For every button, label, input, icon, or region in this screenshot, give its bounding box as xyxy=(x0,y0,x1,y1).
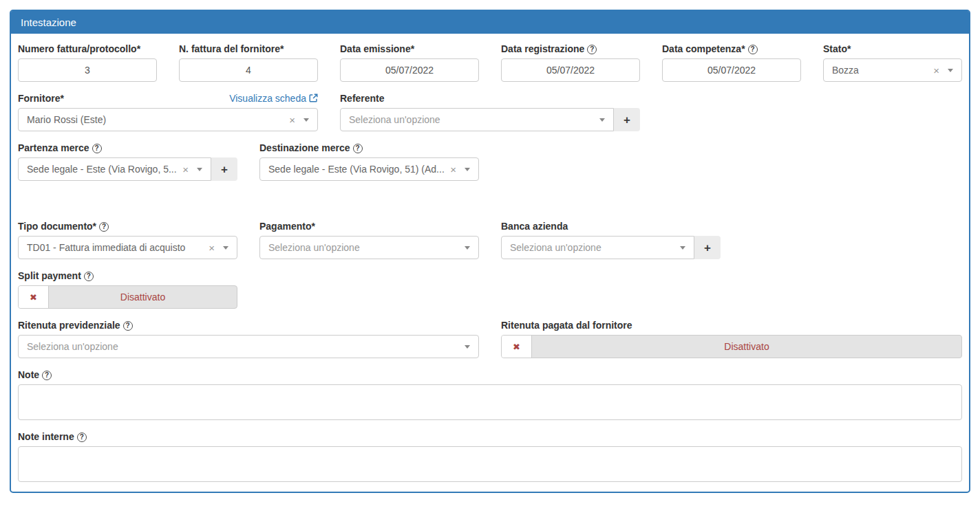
field-tipo-documento: Tipo documento*? TD01 - Fattura immediat… xyxy=(7,221,248,259)
help-icon[interactable]: ? xyxy=(77,432,87,442)
stato-selected-value: Bozza xyxy=(832,65,928,76)
caret-down-icon xyxy=(465,345,470,349)
ritenuta-pagata-toggle[interactable]: ✖ Disattivato xyxy=(501,335,962,358)
n-fattura-fornitore-label: N. fattura del fornitore* xyxy=(179,43,318,54)
help-icon[interactable]: ? xyxy=(84,272,94,281)
field-data-registrazione: Data registrazione? xyxy=(490,43,651,82)
field-split-payment: Split payment? ✖ Disattivato xyxy=(7,270,248,309)
field-banca-azienda: Banca azienda Seleziona un'opzione + xyxy=(490,221,732,259)
tipo-documento-select[interactable]: TD01 - Fattura immediata di acquisto × xyxy=(18,236,237,259)
help-icon[interactable]: ? xyxy=(92,144,102,153)
caret-down-icon xyxy=(465,168,470,171)
split-payment-label: Split payment? xyxy=(18,270,237,281)
row-note: Note? xyxy=(7,369,973,431)
data-emissione-label: Data emissione* xyxy=(340,43,479,54)
ritenuta-pagata-state: Disattivato xyxy=(532,336,961,358)
banca-azienda-placeholder: Seleziona un'opzione xyxy=(510,242,680,253)
partenza-merce-selected-value: Sede legale - Este (Via Rovigo, 5... xyxy=(27,164,177,175)
x-icon: ✖ xyxy=(513,342,520,352)
plus-icon: + xyxy=(704,241,711,254)
row-documento-pagamento: Tipo documento*? TD01 - Fattura immediat… xyxy=(7,221,973,270)
data-registrazione-label: Data registrazione? xyxy=(501,43,640,54)
field-data-competenza: Data competenza*? xyxy=(651,43,812,82)
field-destinazione-merce: Destinazione merce? Sede legale - Este (… xyxy=(248,142,490,181)
row-fornitore-referente: Fornitore* Visualizza scheda Mario Rossi… xyxy=(7,93,973,142)
field-stato: Stato* Bozza × xyxy=(812,43,973,82)
clear-icon[interactable]: × xyxy=(450,164,456,175)
help-icon[interactable]: ? xyxy=(99,222,109,232)
field-note-interne: Note interne? xyxy=(7,431,973,482)
row-note-interne: Note interne? xyxy=(7,431,973,483)
note-label: Note? xyxy=(18,369,962,380)
field-data-emissione: Data emissione* xyxy=(329,43,490,82)
help-icon[interactable]: ? xyxy=(42,371,52,380)
visualizza-scheda-link[interactable]: Visualizza scheda xyxy=(229,93,318,104)
add-partenza-merce-button[interactable]: + xyxy=(211,157,237,181)
destinazione-merce-select[interactable]: Sede legale - Este (Via Rovigo, 51) (Ad.… xyxy=(259,157,479,181)
fornitore-selected-value: Mario Rossi (Este) xyxy=(27,114,284,125)
pagamento-label: Pagamento* xyxy=(259,221,479,232)
clear-icon[interactable]: × xyxy=(182,164,189,175)
pagamento-placeholder: Seleziona un'opzione xyxy=(268,242,465,253)
add-referente-button[interactable]: + xyxy=(614,108,640,131)
field-note: Note? xyxy=(7,369,973,420)
help-icon[interactable]: ? xyxy=(587,45,597,54)
help-icon[interactable]: ? xyxy=(748,45,758,54)
numero-fattura-label: Numero fattura/protocollo* xyxy=(18,43,157,54)
fornitore-label: Fornitore* xyxy=(18,93,64,104)
toggle-handle: ✖ xyxy=(502,336,532,358)
referente-select[interactable]: Seleziona un'opzione xyxy=(340,108,614,131)
add-banca-azienda-button[interactable]: + xyxy=(694,236,721,259)
plus-icon: + xyxy=(221,163,228,176)
field-numero-fattura-protocollo: Numero fattura/protocollo* xyxy=(7,43,168,82)
stato-label: Stato* xyxy=(823,43,962,54)
row-header-fields: Numero fattura/protocollo* N. fattura de… xyxy=(7,43,973,93)
row-split-payment: Split payment? ✖ Disattivato xyxy=(7,270,973,320)
panel-body: Numero fattura/protocollo* N. fattura de… xyxy=(11,34,969,492)
clear-icon[interactable]: × xyxy=(289,115,295,125)
partenza-merce-select[interactable]: Sede legale - Este (Via Rovigo, 5... × xyxy=(18,157,211,181)
referente-label: Referente xyxy=(340,93,640,104)
caret-down-icon xyxy=(599,118,605,122)
field-ritenuta-previdenziale: Ritenuta previdenziale? Seleziona un'opz… xyxy=(7,320,490,358)
field-fornitore: Fornitore* Visualizza scheda Mario Rossi… xyxy=(7,93,329,131)
stato-select[interactable]: Bozza × xyxy=(823,58,962,82)
ritenuta-previdenziale-select[interactable]: Seleziona un'opzione xyxy=(18,335,479,358)
help-icon[interactable]: ? xyxy=(123,321,133,331)
field-pagamento: Pagamento* Seleziona un'opzione xyxy=(248,221,490,259)
row-merce: Partenza merce? Sede legale - Este (Via … xyxy=(7,142,973,192)
fornitore-select[interactable]: Mario Rossi (Este) × xyxy=(18,108,318,131)
tipo-documento-label: Tipo documento*? xyxy=(18,221,237,232)
note-interne-textarea[interactable] xyxy=(18,446,962,482)
banca-azienda-select[interactable]: Seleziona un'opzione xyxy=(501,236,694,259)
data-competenza-input[interactable] xyxy=(662,58,801,82)
help-icon[interactable]: ? xyxy=(353,144,363,153)
partenza-merce-label: Partenza merce? xyxy=(18,142,237,153)
data-registrazione-input[interactable] xyxy=(501,58,640,82)
n-fattura-fornitore-input[interactable] xyxy=(179,58,318,82)
ritenuta-previdenziale-placeholder: Seleziona un'opzione xyxy=(27,341,465,352)
plus-icon: + xyxy=(624,113,630,127)
intestazione-panel: Intestazione Numero fattura/protocollo* … xyxy=(10,10,970,493)
ritenuta-previdenziale-label: Ritenuta previdenziale? xyxy=(18,320,479,331)
caret-down-icon xyxy=(680,246,685,250)
clear-icon[interactable]: × xyxy=(209,243,215,253)
toggle-handle: ✖ xyxy=(19,286,49,308)
pagamento-select[interactable]: Seleziona un'opzione xyxy=(259,236,479,259)
caret-down-icon xyxy=(303,118,309,122)
data-emissione-input[interactable] xyxy=(340,58,479,82)
field-n-fattura-fornitore: N. fattura del fornitore* xyxy=(168,43,329,82)
clear-icon[interactable]: × xyxy=(933,65,939,76)
field-ritenuta-pagata: Ritenuta pagata dal fornitore ✖ Disattiv… xyxy=(490,320,973,358)
section-spacer xyxy=(18,192,962,221)
x-icon: ✖ xyxy=(30,292,37,303)
ritenuta-pagata-label: Ritenuta pagata dal fornitore xyxy=(501,320,962,331)
note-interne-label: Note interne? xyxy=(18,431,962,442)
referente-placeholder: Seleziona un'opzione xyxy=(349,114,599,125)
panel-header: Intestazione xyxy=(11,11,969,34)
numero-fattura-input[interactable] xyxy=(18,58,157,82)
split-payment-toggle[interactable]: ✖ Disattivato xyxy=(18,285,237,309)
panel-title: Intestazione xyxy=(21,17,76,28)
note-textarea[interactable] xyxy=(18,384,962,420)
tipo-documento-selected-value: TD01 - Fattura immediata di acquisto xyxy=(27,242,203,253)
